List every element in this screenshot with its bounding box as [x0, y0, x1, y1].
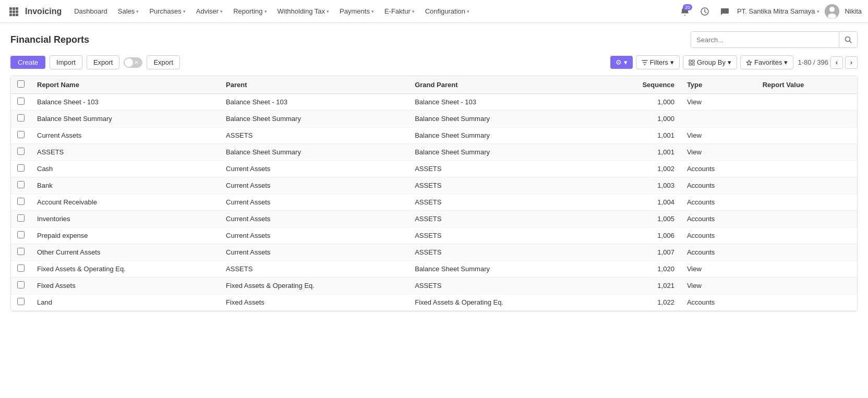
nav-reporting[interactable]: Reporting ▾: [229, 5, 271, 17]
nav-adviser[interactable]: Adviser ▾: [192, 5, 227, 17]
row-checkbox-cell[interactable]: [11, 161, 31, 177]
table-row[interactable]: Cash Current Assets ASSETS 1,002 Account…: [11, 161, 857, 177]
table-row[interactable]: Fixed Assets Fixed Assets & Operating Eq…: [11, 278, 857, 294]
table-row[interactable]: ASSETS Balance Sheet Summary Balance She…: [11, 144, 857, 161]
row-checkbox-cell[interactable]: [11, 227, 31, 244]
col-report-value[interactable]: Report Value: [756, 76, 857, 94]
cell-type: View: [681, 127, 756, 144]
row-checkbox[interactable]: [17, 131, 25, 138]
cell-parent: Current Assets: [220, 194, 408, 211]
top-navigation: Invoicing Dashboard Sales ▾ Purchases ▾ …: [0, 0, 868, 23]
pagination-next[interactable]: ›: [845, 56, 858, 69]
col-report-name[interactable]: Report Name: [31, 76, 220, 94]
row-checkbox[interactable]: [17, 148, 25, 155]
table-row[interactable]: Balance Sheet - 103 Balance Sheet - 103 …: [11, 94, 857, 111]
import-button[interactable]: Import: [50, 55, 82, 69]
nav-dashboard[interactable]: Dashboard: [70, 5, 112, 17]
cell-sequence: 1,001: [597, 144, 681, 161]
row-checkbox[interactable]: [17, 281, 25, 288]
select-all-checkbox[interactable]: [17, 80, 25, 88]
notifications-icon[interactable]: 20: [678, 4, 692, 19]
row-checkbox-cell[interactable]: [11, 111, 31, 127]
cell-sequence: 1,007: [597, 244, 681, 261]
row-checkbox-cell[interactable]: [11, 244, 31, 261]
row-checkbox[interactable]: [17, 98, 25, 105]
table-row[interactable]: Current Assets ASSETS Balance Sheet Summ…: [11, 127, 857, 144]
row-checkbox[interactable]: [17, 198, 25, 205]
row-checkbox[interactable]: [17, 298, 25, 305]
export-button-1[interactable]: Export: [87, 55, 120, 69]
col-sequence[interactable]: Sequence: [597, 76, 681, 94]
cell-sequence: 1,000: [597, 111, 681, 127]
row-checkbox-cell[interactable]: [11, 127, 31, 144]
cell-report-name: Account Receivable: [31, 194, 220, 211]
table-row[interactable]: Land Fixed Assets Fixed Assets & Operati…: [11, 294, 857, 311]
col-parent[interactable]: Parent: [220, 76, 408, 94]
cell-grand-parent: Balance Sheet Summary: [408, 261, 597, 278]
svg-rect-0: [9, 7, 12, 10]
row-checkbox[interactable]: [17, 114, 25, 122]
col-type[interactable]: Type: [681, 76, 756, 94]
gear-button[interactable]: ⚙ ▾: [610, 56, 633, 69]
cell-parent: Current Assets: [220, 161, 408, 177]
table-row[interactable]: Inventories Current Assets ASSETS 1,005 …: [11, 211, 857, 227]
nav-payments[interactable]: Payments ▾: [335, 5, 378, 17]
nav-configuration[interactable]: Configuration ▾: [421, 5, 474, 17]
row-checkbox[interactable]: [17, 181, 25, 188]
row-checkbox[interactable]: [17, 231, 25, 238]
pagination-prev[interactable]: ‹: [830, 56, 843, 69]
row-checkbox-cell[interactable]: [11, 278, 31, 294]
select-all-header[interactable]: [11, 76, 31, 94]
clock-icon[interactable]: [697, 4, 712, 19]
pagination: 1-80 / 396 ‹ ›: [798, 56, 858, 69]
table-row[interactable]: Prepaid expense Current Assets ASSETS 1,…: [11, 227, 857, 244]
username[interactable]: Nikita: [845, 7, 862, 15]
filters-button[interactable]: Filters ▾: [636, 55, 680, 69]
nav-purchases[interactable]: Purchases ▾: [145, 5, 189, 17]
apps-grid-icon[interactable]: [6, 4, 21, 19]
row-checkbox[interactable]: [17, 248, 25, 255]
toggle-x-icon: ✕: [134, 59, 138, 65]
nav-sales[interactable]: Sales ▾: [114, 5, 143, 17]
nav-withholding-tax[interactable]: Withholding Tax ▾: [273, 5, 334, 17]
row-checkbox-cell[interactable]: [11, 144, 31, 161]
row-checkbox-cell[interactable]: [11, 194, 31, 211]
table-row[interactable]: Fixed Assets & Operating Eq. ASSETS Bala…: [11, 261, 857, 278]
table-row[interactable]: Account Receivable Current Assets ASSETS…: [11, 194, 857, 211]
search-button[interactable]: [839, 32, 857, 47]
cell-report-value: [756, 294, 857, 311]
toolbar: Financial Reports: [10, 31, 858, 48]
search-input[interactable]: [691, 32, 839, 47]
row-checkbox-cell[interactable]: [11, 211, 31, 227]
row-checkbox[interactable]: [17, 264, 25, 272]
chevron-down-icon: ▾: [371, 9, 374, 14]
export-button-2[interactable]: Export: [147, 55, 180, 69]
group-by-button[interactable]: Group By ▾: [683, 55, 737, 69]
nav-efaktur[interactable]: E-Faktur ▾: [380, 5, 419, 17]
table-row[interactable]: Bank Current Assets ASSETS 1,003 Account…: [11, 177, 857, 194]
row-checkbox-cell[interactable]: [11, 261, 31, 278]
row-checkbox-cell[interactable]: [11, 294, 31, 311]
chat-icon[interactable]: [717, 4, 732, 19]
cell-report-value: [756, 144, 857, 161]
table-row[interactable]: Other Current Assets Current Assets ASSE…: [11, 244, 857, 261]
cell-grand-parent: ASSETS: [408, 194, 597, 211]
col-grand-parent[interactable]: Grand Parent: [408, 76, 597, 94]
favorites-button[interactable]: Favorites ▾: [740, 55, 793, 69]
svg-rect-16: [692, 60, 694, 62]
cell-parent: Current Assets: [220, 227, 408, 244]
cell-report-name: Fixed Assets & Operating Eq.: [31, 261, 220, 278]
row-checkbox-cell[interactable]: [11, 94, 31, 111]
cell-report-name: Balance Sheet - 103: [31, 94, 220, 111]
row-checkbox[interactable]: [17, 164, 25, 172]
avatar[interactable]: [825, 4, 839, 19]
toggle-switch[interactable]: ✕: [124, 57, 142, 68]
company-selector[interactable]: PT. Santika Mitra Samaya ▾: [737, 7, 820, 15]
create-button[interactable]: Create: [10, 56, 45, 69]
svg-rect-4: [13, 10, 15, 13]
row-checkbox-cell[interactable]: [11, 177, 31, 194]
table-row[interactable]: Balance Sheet Summary Balance Sheet Summ…: [11, 111, 857, 127]
table-header-row: Report Name Parent Grand Parent Sequence…: [11, 76, 857, 94]
cell-grand-parent: ASSETS: [408, 278, 597, 294]
row-checkbox[interactable]: [17, 214, 25, 222]
